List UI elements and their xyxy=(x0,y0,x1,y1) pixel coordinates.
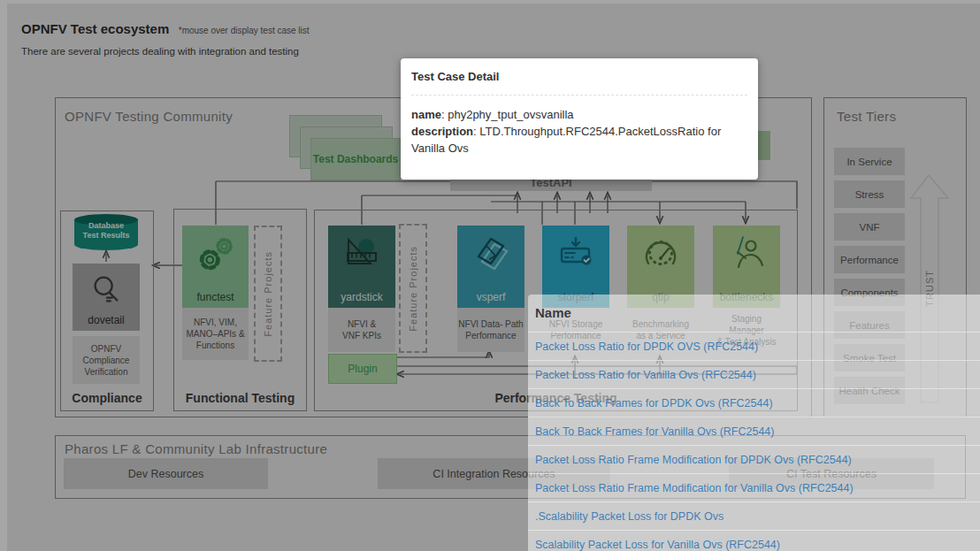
popup-description-line: description: LTD.Throughput.RFC2544.Pack… xyxy=(411,123,747,157)
testcase-list-header: Name xyxy=(528,295,980,320)
name-label: name xyxy=(411,108,441,121)
testcase-row[interactable]: Back To Back Frames for DPDK Ovs (RFC254… xyxy=(528,388,980,417)
testcase-row[interactable]: Back To Back Frames for Vanilla Ovs (RFC… xyxy=(528,417,980,445)
testcase-list-panel: Name Packet Loss Ratio for DPDK OVS (RFC… xyxy=(528,295,980,551)
description-label: description xyxy=(411,125,473,138)
testcase-link[interactable]: Packet Loss Ratio for DPDK OVS (RFC2544) xyxy=(535,341,758,353)
testcase-link[interactable]: Scalability Packet Loss for Vanilla Ovs … xyxy=(535,539,780,551)
testcase-link[interactable]: Packet Loss Ratio Frame Modification for… xyxy=(535,454,852,466)
testcase-link[interactable]: Back To Back Frames for Vanilla Ovs (RFC… xyxy=(535,425,774,438)
testcase-link[interactable]: Packet Loss Ratio Frame Modification for… xyxy=(535,482,854,494)
testcase-link[interactable]: Back To Back Frames for DPDK Ovs (RFC254… xyxy=(535,397,773,409)
testcase-link[interactable]: .Scalability Packet Loss for DPDK Ovs xyxy=(535,510,724,523)
popup-title: Test Case Detail xyxy=(411,70,747,83)
name-value: phy2phy_tput_ovsvanilla xyxy=(448,108,573,121)
testcase-row[interactable]: Packet Loss Ratio for DPDK OVS (RFC2544) xyxy=(528,332,980,360)
testcase-link[interactable]: Packet Loss Ratio for Vanilla Ovs (RFC25… xyxy=(535,369,756,381)
test-case-detail-popup: Test Case Detail name: phy2phy_tput_ovsv… xyxy=(401,58,758,180)
testcase-row[interactable]: .Scalability Packet Loss for DPDK Ovs xyxy=(528,501,980,530)
testcase-row[interactable]: Scalability Packet Loss for Vanilla Ovs … xyxy=(528,530,980,551)
testcase-row[interactable]: Packet Loss Ratio for Vanilla Ovs (RFC25… xyxy=(528,360,980,388)
opnfv-test-ecosystem-page: OPNFV Test ecosystem *mouse over display… xyxy=(0,0,980,551)
popup-name-line: name: phy2phy_tput_ovsvanilla xyxy=(411,106,747,123)
popup-divider xyxy=(411,95,747,96)
testcase-row[interactable]: Packet Loss Ratio Frame Modification for… xyxy=(528,473,980,501)
testcase-row[interactable]: Packet Loss Ratio Frame Modification for… xyxy=(528,445,980,473)
